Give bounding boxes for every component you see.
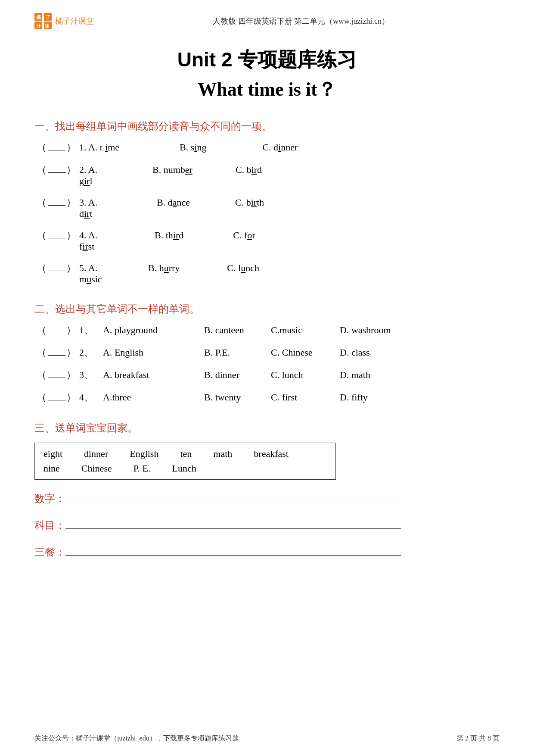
word-box-row1: eight dinner English ten math breakfast bbox=[43, 448, 327, 459]
word-box: eight dinner English ten math breakfast … bbox=[34, 443, 336, 480]
header: 橘 子 汁 课 橘子汁课堂 人教版 四年级英语下册 第二单元（www.juziz… bbox=[34, 13, 500, 29]
list-item: Chinese bbox=[81, 463, 112, 474]
table-row: （ ） 1. A. t ime B. sing C. dinner bbox=[34, 141, 500, 154]
table-row: （ ） 2. A. girl B. number C. bird bbox=[34, 163, 500, 187]
footer-right: 第 2 页 共 8 页 bbox=[456, 734, 500, 743]
main-title: Unit 2 专项题库练习 What time is it？ bbox=[34, 47, 500, 102]
fill-line-2 bbox=[65, 519, 401, 529]
table-row: （ ） 3、 A. breakfast B. dinner C. lunch D… bbox=[34, 369, 500, 381]
word-box-row2: nine Chinese P. E. Lunch bbox=[43, 463, 327, 474]
list-item: English bbox=[130, 448, 158, 459]
svg-text:课: 课 bbox=[45, 23, 50, 28]
fill-line-1 bbox=[65, 492, 401, 502]
fill-row-3: 三餐： bbox=[34, 545, 500, 559]
list-item: breakfast bbox=[254, 448, 289, 459]
logo-icon: 橘 子 汁 课 bbox=[34, 13, 52, 29]
header-subtitle: 人教版 四年级英语下册 第二单元（www.juzizhi.cn） bbox=[102, 16, 500, 26]
fill-row-2: 科目： bbox=[34, 519, 500, 532]
list-item: nine bbox=[43, 463, 60, 474]
section3-header: 三、送单词宝宝回家。 bbox=[34, 421, 500, 435]
list-item: P. E. bbox=[134, 463, 151, 474]
fill-label-3: 三餐： bbox=[34, 545, 65, 559]
list-item: math bbox=[213, 448, 232, 459]
logo-box: 橘 子 汁 课 橘子汁课堂 bbox=[34, 13, 94, 29]
footer-left: 关注公众号：橘子汁课堂（juzizhi_edu），下载更多专项题库练习题 bbox=[34, 734, 239, 743]
table-row: （ ） 4、 A.three B. twenty C. first D. fif… bbox=[34, 391, 500, 404]
table-row: （ ） 5. A. music B. hurry C. lunch bbox=[34, 262, 500, 285]
section1-header: 一、找出每组单词中画线部分读音与众不同的一项。 bbox=[34, 119, 500, 133]
section2-header: 二、选出与其它单词不一样的单词。 bbox=[34, 302, 500, 316]
footer: 关注公众号：橘子汁课堂（juzizhi_edu），下载更多专项题库练习题 第 2… bbox=[34, 734, 500, 743]
fill-section: 数字： 科目： 三餐： bbox=[34, 492, 500, 559]
svg-text:子: 子 bbox=[46, 15, 50, 20]
fill-label-1: 数字： bbox=[34, 492, 65, 506]
table-row: （ ） 1、 A. playground B. canteen C.music … bbox=[34, 324, 500, 337]
logo-text: 橘子汁课堂 bbox=[55, 16, 94, 26]
title-line1: Unit 2 专项题库练习 bbox=[34, 47, 500, 73]
page: 橘 子 汁 课 橘子汁课堂 人教版 四年级英语下册 第二单元（www.juziz… bbox=[0, 0, 534, 756]
title-line2: What time is it？ bbox=[34, 77, 500, 102]
svg-text:汁: 汁 bbox=[36, 23, 41, 28]
fill-row-1: 数字： bbox=[34, 492, 500, 506]
svg-text:橘: 橘 bbox=[36, 15, 41, 20]
table-row: （ ） 2、 A. English B. P.E. C. Chinese D. … bbox=[34, 346, 500, 359]
list-item: ten bbox=[180, 448, 192, 459]
list-item: dinner bbox=[84, 448, 108, 459]
table-row: （ ） 4. A. first B. third C. for bbox=[34, 229, 500, 252]
fill-label-2: 科目： bbox=[34, 519, 65, 532]
table-row: （ ） 3. A. dirt B. dance C. birth bbox=[34, 196, 500, 219]
fill-line-3 bbox=[65, 545, 401, 556]
list-item: eight bbox=[43, 448, 62, 459]
list-item: Lunch bbox=[172, 463, 196, 474]
